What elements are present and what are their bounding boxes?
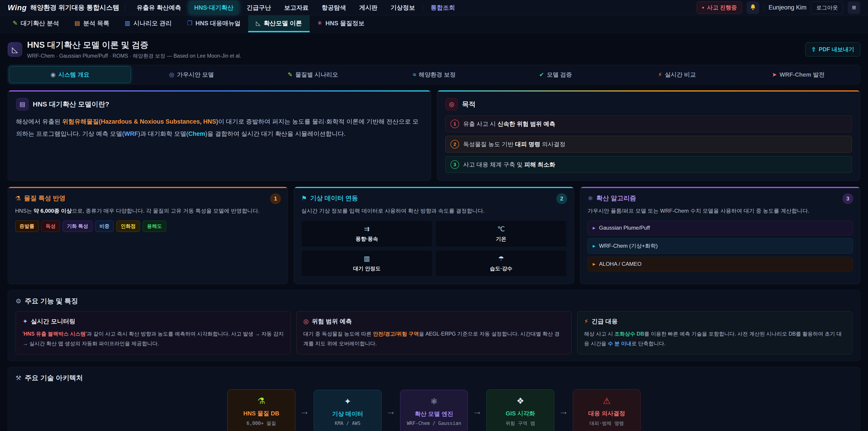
section-tab-label: 가우시안 모델 bbox=[177, 71, 214, 79]
feature-realtime-monitoring: ✦ 실시간 모니터링 'HNS 유출 블랙박스 시스템'과 같이 사고 즉시 확… bbox=[16, 311, 291, 355]
pipeline-title: 대응 의사결정 bbox=[577, 409, 637, 418]
algo-label: ALOHA / CAMEO bbox=[599, 261, 642, 267]
nav-item-weather[interactable]: 기상정보 bbox=[385, 1, 421, 14]
purpose-item-text: 사고 대응 체계 구축 및 피해 최소화 bbox=[463, 161, 555, 168]
test-tube-icon: ⚗ bbox=[231, 396, 291, 406]
incident-label: 사고 진행중 bbox=[707, 4, 737, 11]
section-tab-ocean-correction[interactable]: ≈ 해양환경 보정 bbox=[374, 66, 495, 83]
tab-model-theory[interactable]: ◺ 확산모델 이론 bbox=[248, 16, 310, 32]
pipeline-sub: 대피·방제 명령 bbox=[577, 420, 637, 427]
bar-chart-icon: ▥ bbox=[364, 255, 370, 263]
pdf-export-label: PDF 내보내기 bbox=[819, 45, 854, 53]
factor-label: 풍향·풍속 bbox=[355, 236, 378, 243]
clipboard-icon: ▤ bbox=[74, 20, 80, 27]
tag-toxicity: 독성 bbox=[41, 221, 60, 232]
feature-body: 해상 사고 시 조화상수 DB를 이용한 빠른 예측 기술을 포함합니다. 사전… bbox=[584, 329, 845, 348]
rocket-icon: ➤ bbox=[772, 71, 777, 78]
pillar-title: 기상 데이터 연동 bbox=[310, 194, 358, 203]
triangle-arrow-icon: ▸ bbox=[593, 261, 595, 267]
triangle-arrow-icon: ▸ bbox=[593, 225, 595, 231]
tab-dispersion-analysis[interactable]: ✎ 대기확산 분석 bbox=[5, 16, 67, 32]
number-badge: 3 bbox=[451, 160, 459, 169]
factor-label: 습도·강수 bbox=[490, 265, 513, 272]
tab-label: 확산모델 이론 bbox=[264, 19, 302, 27]
logout-button[interactable]: 로그아웃 bbox=[811, 2, 843, 14]
architecture-section-title: 주요 기술 아키텍처 bbox=[25, 373, 83, 382]
section-tab-substance-scenarios[interactable]: ✎ 물질별 시나리오 bbox=[252, 66, 374, 83]
tab-label: 시나리오 관리 bbox=[133, 19, 172, 27]
pipeline-diagram: ⚗ HNS 물질 DB 6,000+ 물질 → ✦ 기상 데이터 KMA / A… bbox=[16, 390, 852, 431]
purpose-item-text: 유출 사고 시 신속한 위험 범위 예측 bbox=[463, 120, 555, 128]
section-tab-gaussian-model[interactable]: ◎ 가우시안 모델 bbox=[131, 66, 252, 83]
check-icon: ✔ bbox=[539, 71, 544, 78]
nav-item-oil-spill[interactable]: 유출유 확산예측 bbox=[131, 1, 186, 14]
lightning-icon: ⚡ bbox=[584, 318, 588, 325]
algo-aloha-row[interactable]: ▸ ALOHA / CAMEO bbox=[587, 257, 853, 271]
feature-title: 긴급 대응 bbox=[592, 317, 618, 326]
section-tab-label: WRF-Chem 발전 bbox=[780, 71, 825, 79]
wing-logo: Wing bbox=[8, 3, 27, 12]
incident-status-badge[interactable]: ● 사고 진행중 bbox=[697, 1, 742, 14]
target-icon: ◎ bbox=[303, 318, 309, 325]
triangle-ruler-icon: ◺ bbox=[8, 42, 22, 57]
section-tab-label: 해양환경 보정 bbox=[419, 71, 456, 79]
tab-scenario-management[interactable]: ▥ 시나리오 관리 bbox=[117, 16, 179, 32]
nav-item-rescue[interactable]: 긴급구난 bbox=[241, 1, 276, 14]
substance-properties-card: 1 ⚗ 물질 특성 반영 HNS는 약 6,000종 이상으로, 종류가 매우 … bbox=[8, 187, 288, 284]
wind-icon: ⇉ bbox=[364, 225, 370, 233]
purpose-item: 3 사고 대응 체계 구축 및 피해 최소화 bbox=[445, 156, 852, 173]
pencil-icon: ✎ bbox=[13, 20, 18, 27]
satellite-icon: ✦ bbox=[318, 396, 378, 406]
section-tab-label: 모델 검증 bbox=[547, 71, 572, 79]
intro-body: 해상에서 유출된 위험유해물질(Hazardous & Noxious Subs… bbox=[16, 116, 423, 140]
lightning-icon: ⚡ bbox=[658, 71, 662, 78]
section-tab-realtime-comparison[interactable]: ⚡ 실시간 비교 bbox=[616, 66, 738, 83]
page-title: HNS 대기확산 모델 이론 및 검증 bbox=[27, 39, 241, 51]
tab-label: HNS 물질정보 bbox=[326, 19, 365, 27]
tab-label: 분석 목록 bbox=[83, 19, 110, 27]
factor-temperature: ℃ 기온 bbox=[436, 221, 567, 247]
clipboard-icon: ▤ bbox=[16, 98, 29, 111]
algo-gaussian-row[interactable]: ▸ Gaussian Plume/Puff bbox=[587, 221, 853, 235]
arrow-icon: → bbox=[559, 406, 568, 417]
section-tab-wrfchem-evolution[interactable]: ➤ WRF-Chem 발전 bbox=[738, 66, 859, 83]
pipeline-model-engine: ⚛ 확산 모델 엔진 WRF-Chem / Gaussian bbox=[400, 390, 468, 431]
pipeline-sub: 위험 구역 맵 bbox=[490, 420, 550, 427]
tag-solubility: 용해도 bbox=[143, 221, 166, 232]
microscope-icon: ⚛ bbox=[587, 194, 593, 202]
pipeline-decision: ⚠ 대응 의사결정 대피·방제 명령 bbox=[573, 390, 641, 431]
hammer-icon: ⚒ bbox=[16, 374, 21, 382]
tag-flash-point: 인화점 bbox=[116, 221, 140, 232]
nav-item-hns-dispersion[interactable]: HNS·대기확산 bbox=[189, 1, 239, 14]
nav-item-reports[interactable]: 보고자료 bbox=[279, 1, 314, 14]
nav-item-aerial-search[interactable]: 항공탐색 bbox=[316, 1, 351, 14]
tab-label: 대기확산 분석 bbox=[21, 19, 59, 27]
nav-item-integrated-search[interactable]: 통합조회 bbox=[425, 1, 460, 14]
nav-item-board[interactable]: 게시판 bbox=[354, 1, 383, 14]
tab-analysis-list[interactable]: ▤ 분석 목록 bbox=[67, 16, 117, 32]
number-badge: 1 bbox=[451, 120, 459, 128]
purpose-item: 2 독성물질 농도 기반 대피 명령 의사결정 bbox=[445, 136, 852, 153]
tab-hns-manual[interactable]: ❐ HNS 대응매뉴얼 bbox=[180, 16, 248, 32]
notifications-button[interactable] bbox=[747, 1, 759, 14]
pipeline-sub: 6,000+ 물질 bbox=[231, 420, 291, 427]
pipeline-weather-data: ✦ 기상 데이터 KMA / AWS bbox=[314, 390, 381, 431]
pipeline-hns-db: ⚗ HNS 물질 DB 6,000+ 물질 bbox=[227, 390, 295, 431]
algo-wrfchem-row[interactable]: ▸ WRF-Chem (기상+화학) bbox=[587, 238, 853, 254]
siren-icon: ⚠ bbox=[577, 396, 637, 406]
section-tab-system-overview[interactable]: ◉ 시스템 개요 bbox=[9, 66, 131, 83]
sub-tab-bar: ✎ 대기확산 분석 ▤ 분석 목록 ▥ 시나리오 관리 ❐ HNS 대응매뉴얼 … bbox=[0, 16, 868, 33]
feature-title: 실시간 모니터링 bbox=[31, 317, 75, 326]
algo-label: WRF-Chem (기상+화학) bbox=[599, 242, 657, 249]
pdf-export-button[interactable]: ⇧ PDF 내보내기 bbox=[805, 42, 860, 57]
section-tab-label: 물질별 시나리오 bbox=[295, 71, 338, 79]
pillar-body: 가우시안 플룸/퍼프 모델 또는 WRF-Chem 수치 모델을 사용하여 대기… bbox=[587, 206, 853, 216]
page-header: ◺ HNS 대기확산 모델 이론 및 검증 WRF-Chem · Gaussia… bbox=[8, 39, 860, 59]
microscope-icon: ⚛ bbox=[404, 396, 464, 406]
tag-evaporation: 증발률 bbox=[15, 221, 39, 232]
user-name: Eunjeong Kim bbox=[769, 4, 807, 11]
arrow-icon: → bbox=[300, 406, 309, 417]
section-tab-model-validation[interactable]: ✔ 모델 검증 bbox=[495, 66, 616, 83]
tab-hns-substance-info[interactable]: ✳ HNS 물질정보 bbox=[310, 16, 372, 32]
menu-button[interactable]: ≡ bbox=[848, 1, 860, 14]
